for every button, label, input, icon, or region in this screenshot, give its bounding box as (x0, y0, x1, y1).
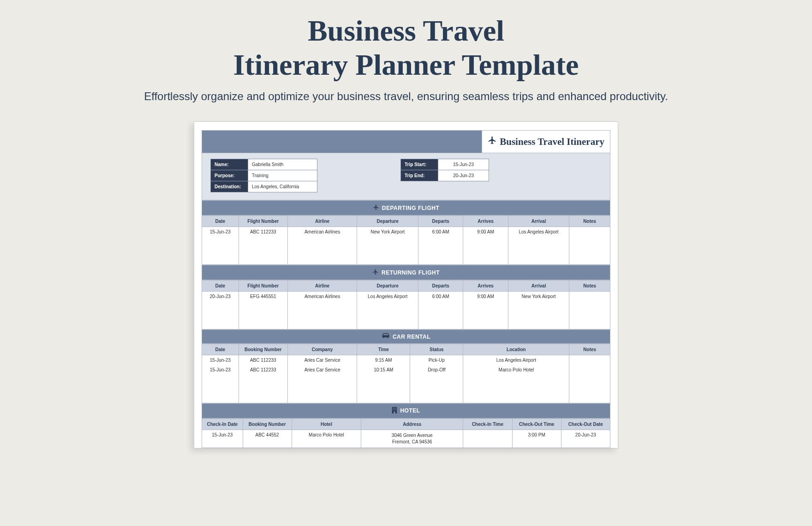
td: Los Angeles Airport (508, 227, 569, 265)
info-block-left: Name: Gabriella Smith Purpose: Training … (210, 159, 317, 192)
document-header-text: Business Travel Itinerary (500, 136, 604, 148)
table-row: 15-Jun-23 ABC 112233 American Airlines N… (202, 227, 610, 265)
table-row: 15-Jun-23 ABC 112233 Aries Car Service 1… (202, 365, 610, 403)
section-title: CAR RENTAL (202, 329, 610, 344)
info-label: Name: (210, 159, 248, 170)
td: New York Airport (357, 227, 418, 265)
th: Departs (418, 216, 463, 227)
td: EFG 445551 (239, 292, 287, 329)
th: Arrives (463, 281, 508, 292)
th: Location (463, 344, 569, 355)
td: 3:00 PM (512, 430, 561, 448)
td: 9:00 AM (463, 227, 508, 265)
plane-icon (373, 204, 379, 212)
building-icon (392, 407, 397, 415)
th: Check-Out Time (512, 418, 561, 430)
th: Notes (569, 344, 610, 355)
td: 10:15 AM (357, 365, 410, 403)
table-hotel: Check-In Date Booking Number Hotel Addre… (202, 418, 610, 448)
th: Airline (287, 216, 357, 227)
car-icon (382, 333, 390, 340)
table-header-row: Check-In Date Booking Number Hotel Addre… (202, 418, 610, 430)
section-title: DEPARTING FLIGHT (202, 200, 610, 215)
td (569, 292, 610, 329)
td: 20-Jun-23 (561, 430, 610, 448)
table-header-row: Date Booking Number Company Time Status … (202, 344, 610, 355)
plane-icon (372, 269, 379, 276)
table-header-row: Date Flight Number Airline Departure Dep… (202, 216, 610, 227)
section-hotel: HOTEL Check-In Date Booking Number Hotel… (202, 403, 610, 448)
info-row-name: Name: Gabriella Smith (210, 159, 317, 170)
td: 15-Jun-23 (202, 365, 239, 403)
th: Booking Number (243, 418, 292, 430)
section-title: RETURNING FLIGHT (202, 265, 610, 280)
th: Address (361, 418, 463, 430)
th: Time (357, 344, 410, 355)
section-title-text: CAR RENTAL (393, 334, 430, 340)
th: Date (202, 344, 239, 355)
td: 15-Jun-23 (202, 355, 239, 365)
th: Flight Number (239, 216, 287, 227)
title-line-2: Itinerary Planner Template (233, 48, 579, 81)
th: Arrives (463, 216, 508, 227)
td: ABC 112233 (239, 365, 287, 403)
td (569, 365, 610, 403)
info-value: Training (248, 170, 317, 181)
td: 6:00 AM (418, 227, 463, 265)
td: New York Airport (508, 292, 569, 329)
section-returning-flight: RETURNING FLIGHT Date Flight Number Airl… (202, 265, 610, 329)
info-label: Destination: (210, 181, 248, 192)
th: Departs (418, 281, 463, 292)
section-departing-flight: DEPARTING FLIGHT Date Flight Number Airl… (202, 200, 610, 265)
table-row: 15-Jun-23 ABC 44552 Marco Polo Hotel 304… (202, 430, 610, 448)
section-title-text: DEPARTING FLIGHT (382, 205, 439, 211)
td: ABC 112233 (239, 227, 287, 265)
td: Aries Car Service (287, 355, 357, 365)
th: Check-In Time (463, 418, 512, 430)
document-header-bar: Business Travel Itinerary (202, 130, 610, 153)
th: Status (410, 344, 463, 355)
section-title: HOTEL (202, 403, 610, 418)
table-departing-flight: Date Flight Number Airline Departure Dep… (202, 215, 610, 265)
table-header-row: Date Flight Number Airline Departure Dep… (202, 281, 610, 292)
td: 6:00 AM (418, 292, 463, 329)
td: 3046 Green AvenueFremont, CA 94536 (361, 430, 463, 448)
svg-rect-5 (394, 409, 395, 410)
th: Flight Number (239, 281, 287, 292)
td: ABC 112233 (239, 355, 287, 365)
table-car-rental: Date Booking Number Company Time Status … (202, 344, 610, 403)
info-row-trip-start: Trip Start: 15-Jun-23 (400, 159, 489, 170)
td (463, 430, 512, 448)
info-row-destination: Destination: Los Angeles, California (210, 181, 317, 192)
th: Notes (569, 281, 610, 292)
svg-rect-3 (395, 407, 396, 408)
td (569, 227, 610, 265)
td: Marco Polo Hotel (463, 365, 569, 403)
info-value: Los Angeles, California (248, 181, 317, 192)
info-value: 15-Jun-23 (438, 159, 489, 170)
plane-icon (488, 136, 497, 148)
th: Check-In Date (202, 418, 243, 430)
table-row: 15-Jun-23 ABC 112233 Aries Car Service 9… (202, 355, 610, 365)
th: Hotel (292, 418, 361, 430)
th: Arrival (508, 281, 569, 292)
document-preview: Business Travel Itinerary Name: Gabriell… (194, 121, 618, 448)
th: Booking Number (239, 344, 287, 355)
svg-rect-6 (395, 409, 396, 410)
td: 9:00 AM (463, 292, 508, 329)
th: Date (202, 281, 239, 292)
td: Drop-Off (410, 365, 463, 403)
td: 15-Jun-23 (202, 227, 239, 265)
info-row-trip-end: Trip End: 20-Jun-23 (400, 170, 489, 181)
svg-rect-2 (394, 407, 395, 408)
table-returning-flight: Date Flight Number Airline Departure Dep… (202, 280, 610, 329)
section-car-rental: CAR RENTAL Date Booking Number Company T… (202, 329, 610, 403)
document-header-title: Business Travel Itinerary (482, 131, 610, 153)
info-label: Trip Start: (400, 159, 438, 170)
info-label: Trip End: (400, 170, 438, 181)
th: Arrival (508, 216, 569, 227)
page-title: Business Travel Itinerary Planner Templa… (144, 14, 668, 82)
td: American Airlines (287, 227, 357, 265)
td: Aries Car Service (287, 365, 357, 403)
th: Airline (287, 281, 357, 292)
